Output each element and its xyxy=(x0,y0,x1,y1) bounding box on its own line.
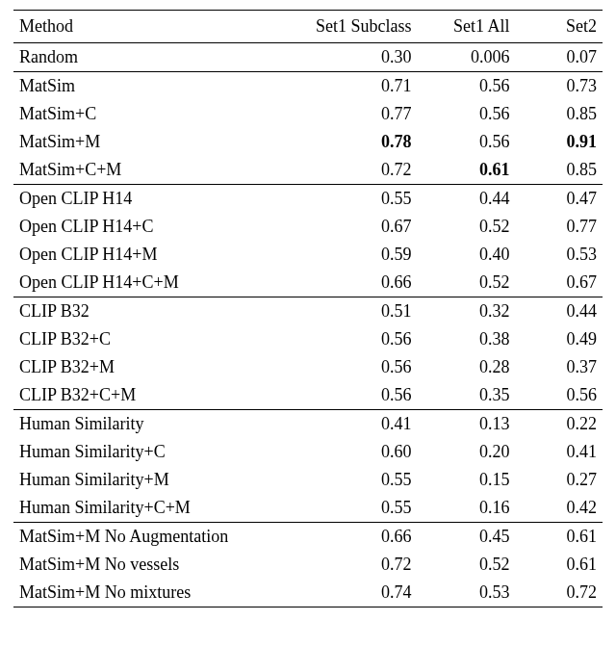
value-cell: 0.22 xyxy=(515,410,603,439)
value-cell: 0.16 xyxy=(418,494,516,523)
value-cell: 0.61 xyxy=(515,551,603,579)
method-cell: Open CLIP H14+C xyxy=(13,213,287,241)
value-cell: 0.56 xyxy=(287,353,418,381)
value-cell: 0.85 xyxy=(515,156,603,185)
method-cell: CLIP B32 xyxy=(13,297,287,326)
value-cell: 0.44 xyxy=(418,185,516,214)
value-cell: 0.67 xyxy=(287,213,418,241)
table-row: MatSim+M No Augmentation0.660.450.61 xyxy=(13,523,603,552)
value-cell: 0.52 xyxy=(418,269,516,297)
value-cell: 0.15 xyxy=(418,466,516,494)
value-cell: 0.45 xyxy=(418,523,516,552)
value-cell: 0.53 xyxy=(515,241,603,269)
method-cell: Random xyxy=(13,43,287,72)
value-cell: 0.60 xyxy=(287,438,418,466)
value-cell: 0.38 xyxy=(418,325,516,353)
value-cell: 0.40 xyxy=(418,241,516,269)
value-cell: 0.91 xyxy=(515,128,603,156)
method-cell: CLIP B32+M xyxy=(13,353,287,381)
col-header-method: Method xyxy=(13,11,287,43)
table-row: Open CLIP H140.550.440.47 xyxy=(13,185,603,214)
value-cell: 0.56 xyxy=(515,381,603,410)
value-cell: 0.52 xyxy=(418,213,516,241)
table-row: Random0.300.0060.07 xyxy=(13,43,603,72)
value-cell: 0.55 xyxy=(287,494,418,523)
method-cell: Human Similarity+M xyxy=(13,466,287,494)
value-cell: 0.41 xyxy=(515,438,603,466)
value-cell: 0.32 xyxy=(418,297,516,326)
value-cell: 0.52 xyxy=(418,551,516,579)
table-row: CLIP B32+C0.560.380.49 xyxy=(13,325,603,353)
value-cell: 0.85 xyxy=(515,100,603,128)
table-row: Human Similarity0.410.130.22 xyxy=(13,410,603,439)
table-row: Human Similarity+C0.600.200.41 xyxy=(13,438,603,466)
table-row: MatSim+C+M0.720.610.85 xyxy=(13,156,603,185)
value-cell: 0.77 xyxy=(287,100,418,128)
value-cell: 0.71 xyxy=(287,72,418,101)
method-cell: CLIP B32+C xyxy=(13,325,287,353)
table-row: Open CLIP H14+C0.670.520.77 xyxy=(13,213,603,241)
value-cell: 0.37 xyxy=(515,353,603,381)
value-cell: 0.35 xyxy=(418,381,516,410)
value-cell: 0.72 xyxy=(287,551,418,579)
value-cell: 0.27 xyxy=(515,466,603,494)
value-cell: 0.47 xyxy=(515,185,603,214)
value-cell: 0.55 xyxy=(287,466,418,494)
value-cell: 0.07 xyxy=(515,43,603,72)
value-cell: 0.42 xyxy=(515,494,603,523)
value-cell: 0.30 xyxy=(287,43,418,72)
value-cell: 0.74 xyxy=(287,579,418,607)
method-cell: Human Similarity+C xyxy=(13,438,287,466)
table-row: Human Similarity+M0.550.150.27 xyxy=(13,466,603,494)
value-cell: 0.28 xyxy=(418,353,516,381)
value-cell: 0.72 xyxy=(515,579,603,607)
value-cell: 0.77 xyxy=(515,213,603,241)
method-cell: MatSim+M xyxy=(13,128,287,156)
table-header-row: Method Set1 Subclass Set1 All Set2 xyxy=(13,11,603,43)
table-row: MatSim+C0.770.560.85 xyxy=(13,100,603,128)
value-cell: 0.006 xyxy=(418,43,516,72)
method-cell: Open CLIP H14 xyxy=(13,185,287,214)
method-cell: Open CLIP H14+M xyxy=(13,241,287,269)
value-cell: 0.61 xyxy=(515,523,603,552)
table-row: Open CLIP H14+C+M0.660.520.67 xyxy=(13,269,603,297)
table-row: CLIP B32+C+M0.560.350.56 xyxy=(13,381,603,410)
col-header-set1-subclass: Set1 Subclass xyxy=(287,11,418,43)
value-cell: 0.56 xyxy=(418,128,516,156)
value-cell: 0.13 xyxy=(418,410,516,439)
method-cell: Open CLIP H14+C+M xyxy=(13,269,287,297)
method-cell: MatSim xyxy=(13,72,287,101)
method-cell: Human Similarity xyxy=(13,410,287,439)
value-cell: 0.66 xyxy=(287,269,418,297)
method-cell: MatSim+C xyxy=(13,100,287,128)
method-cell: CLIP B32+C+M xyxy=(13,381,287,410)
value-cell: 0.41 xyxy=(287,410,418,439)
method-cell: MatSim+C+M xyxy=(13,156,287,185)
method-cell: Human Similarity+C+M xyxy=(13,494,287,523)
value-cell: 0.66 xyxy=(287,523,418,552)
value-cell: 0.56 xyxy=(287,325,418,353)
table-row: MatSim+M0.780.560.91 xyxy=(13,128,603,156)
method-cell: MatSim+M No vessels xyxy=(13,551,287,579)
value-cell: 0.67 xyxy=(515,269,603,297)
table-row: MatSim0.710.560.73 xyxy=(13,72,603,101)
value-cell: 0.44 xyxy=(515,297,603,326)
method-cell: MatSim+M No Augmentation xyxy=(13,523,287,552)
table-row: CLIP B32+M0.560.280.37 xyxy=(13,353,603,381)
col-header-set2: Set2 xyxy=(515,11,603,43)
value-cell: 0.55 xyxy=(287,185,418,214)
value-cell: 0.78 xyxy=(287,128,418,156)
table-row: Human Similarity+C+M0.550.160.42 xyxy=(13,494,603,523)
value-cell: 0.73 xyxy=(515,72,603,101)
value-cell: 0.51 xyxy=(287,297,418,326)
value-cell: 0.53 xyxy=(418,579,516,607)
method-cell: MatSim+M No mixtures xyxy=(13,579,287,607)
value-cell: 0.59 xyxy=(287,241,418,269)
table-row: MatSim+M No vessels0.720.520.61 xyxy=(13,551,603,579)
value-cell: 0.56 xyxy=(287,381,418,410)
value-cell: 0.72 xyxy=(287,156,418,185)
col-header-set1-all: Set1 All xyxy=(418,11,516,43)
value-cell: 0.56 xyxy=(418,72,516,101)
value-cell: 0.49 xyxy=(515,325,603,353)
table-row: MatSim+M No mixtures0.740.530.72 xyxy=(13,579,603,607)
